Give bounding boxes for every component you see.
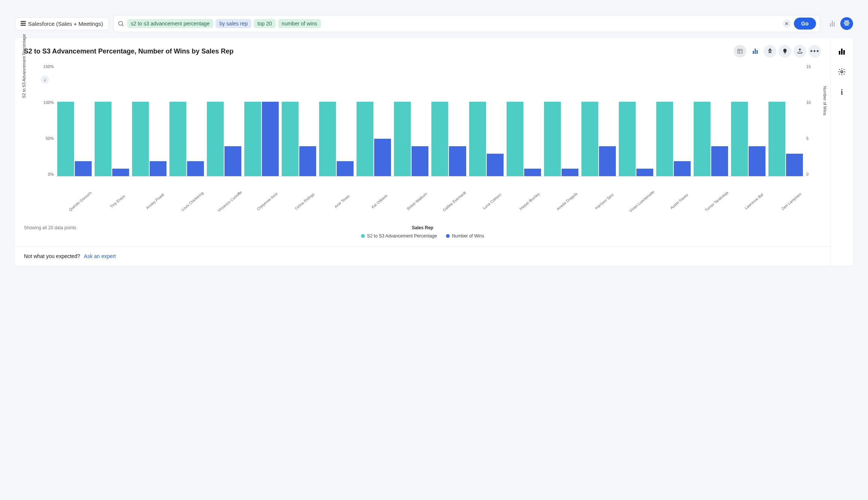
svg-line-1 — [122, 25, 123, 26]
bar-group[interactable] — [56, 64, 93, 176]
data-source-label: Salesforce (Sales + Meetings) — [28, 21, 103, 27]
bar-group[interactable] — [767, 64, 804, 176]
main-content: S2 to S3 Advancement Percentage, Number … — [15, 38, 853, 266]
gear-icon — [838, 68, 846, 76]
bar-group[interactable] — [392, 64, 430, 176]
close-icon: ✕ — [785, 21, 789, 27]
sidebar-info-button[interactable]: i — [835, 85, 849, 99]
chart-area: ↓ S2 to S3 Advancement Percentage Number… — [24, 64, 821, 191]
x-axis-labels: Quentin GorsuchTroy ErazoAnsley PinelliL… — [56, 184, 804, 218]
bar-group[interactable] — [655, 64, 692, 176]
go-button[interactable]: Go — [794, 18, 816, 30]
chart-body: ↓ S2 to S3 Advancement Percentage Number… — [15, 61, 830, 246]
bar-group[interactable] — [168, 64, 205, 176]
bar-group[interactable] — [318, 64, 355, 176]
more-button[interactable]: ••• — [809, 45, 821, 58]
data-count-label: Showing all 20 data points — [24, 225, 76, 230]
sidebar-chart-button[interactable] — [835, 45, 849, 58]
y2-ticks: 151050 — [806, 64, 821, 177]
bar-group[interactable] — [131, 64, 168, 176]
search-pills: s2 to s3 advancement percentageby sales … — [127, 19, 321, 28]
chart-legend: S2 to S3 Advancement Percentage Number o… — [361, 233, 484, 239]
bar-group[interactable] — [617, 64, 655, 176]
search-pill[interactable]: by sales rep — [216, 19, 251, 28]
search-icon — [117, 20, 124, 27]
search-bar[interactable]: s2 to s3 advancement percentageby sales … — [113, 15, 820, 32]
bar-group[interactable] — [692, 64, 730, 176]
svg-rect-6 — [770, 50, 770, 53]
bar-group[interactable] — [355, 64, 392, 176]
bar-group[interactable] — [93, 64, 131, 176]
user-avatar[interactable] — [840, 17, 853, 30]
bar-group[interactable] — [580, 64, 617, 176]
svg-point-7 — [841, 71, 843, 73]
table-view-button[interactable] — [734, 45, 746, 58]
legend-swatch-icon — [446, 234, 450, 238]
card-footer: Not what you expected? Ask an expert — [15, 246, 830, 266]
table-icon — [737, 48, 743, 55]
svg-rect-2 — [738, 49, 742, 53]
database-icon — [21, 21, 26, 26]
chart-toolbar: ••• — [734, 45, 821, 58]
legend-swatch-icon — [361, 234, 365, 238]
bar-group[interactable] — [243, 64, 280, 176]
legend-item: S2 to S3 Advancement Percentage — [361, 233, 437, 239]
bar-group[interactable] — [730, 64, 767, 176]
menu-icon — [844, 21, 850, 27]
data-source-selector[interactable]: Salesforce (Sales + Meetings) — [15, 17, 109, 30]
search-pill[interactable]: s2 to s3 advancement percentage — [127, 19, 214, 28]
topbar-right — [828, 17, 853, 30]
y2-axis-label: Number of Wins — [823, 86, 827, 116]
bar-group[interactable] — [468, 64, 505, 176]
chart-view-button[interactable] — [749, 45, 761, 58]
y1-axis-label: S2 to S3 Advancement Percentage — [22, 34, 26, 98]
bar-group[interactable] — [205, 64, 243, 176]
search-pill[interactable]: number of wins — [278, 19, 321, 28]
svg-point-0 — [119, 21, 123, 25]
lightbulb-icon — [782, 48, 788, 55]
bar-chart-icon — [839, 49, 845, 55]
bar-group[interactable] — [542, 64, 580, 176]
chart-title: S2 to S3 Advancement Percentage, Number … — [24, 47, 233, 55]
pin-icon — [767, 48, 773, 55]
chart-mini-icon[interactable] — [828, 19, 837, 28]
more-icon: ••• — [810, 47, 820, 55]
chart-card: S2 to S3 Advancement Percentage, Number … — [15, 38, 831, 266]
info-icon: i — [841, 88, 843, 96]
bar-group[interactable] — [280, 64, 318, 176]
footer-prompt: Not what you expected? — [24, 253, 80, 259]
ask-expert-link[interactable]: Ask an expert — [84, 253, 116, 259]
right-sidebar: i — [831, 38, 853, 266]
clear-search-button[interactable]: ✕ — [783, 19, 791, 28]
topbar: Salesforce (Sales + Meetings) s2 to s3 a… — [15, 15, 853, 32]
y1-ticks: 150%100%50%0% — [35, 64, 54, 177]
bar-chart-icon — [753, 49, 758, 54]
insight-button[interactable] — [779, 45, 791, 58]
legend-item: Number of Wins — [446, 233, 484, 239]
bar-group[interactable] — [430, 64, 467, 176]
x-axis-title: Sales Rep — [412, 225, 433, 230]
sidebar-settings-button[interactable] — [835, 65, 849, 79]
bar-group[interactable] — [505, 64, 542, 176]
search-pill[interactable]: top 20 — [254, 19, 276, 28]
pin-button[interactable] — [764, 45, 776, 58]
chart-plot — [56, 64, 804, 177]
share-button[interactable] — [794, 45, 806, 58]
share-icon — [797, 48, 803, 55]
